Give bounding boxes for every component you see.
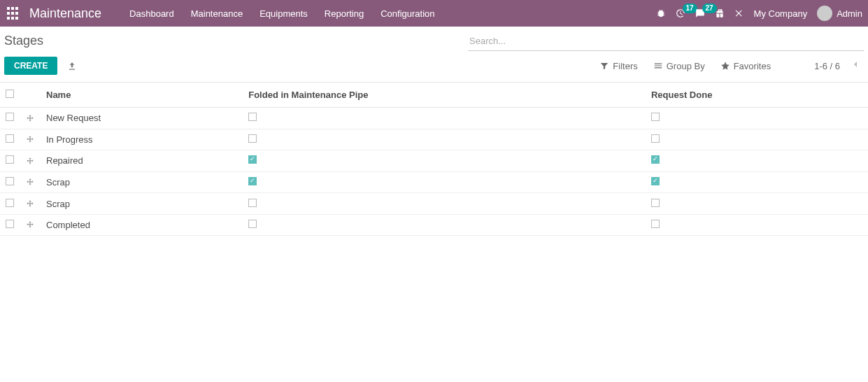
gift-icon[interactable] — [715, 8, 725, 18]
groupby-button[interactable]: Group By — [653, 61, 705, 71]
cell-name: Completed — [41, 214, 243, 236]
apps-icon[interactable] — [6, 6, 20, 20]
create-button[interactable]: CREATE — [4, 57, 57, 75]
nav-reporting[interactable]: Reporting — [316, 1, 372, 26]
favorites-label: Favorites — [734, 61, 771, 71]
user-menu[interactable]: Admin — [817, 6, 862, 21]
table-row[interactable]: New Request — [0, 108, 868, 129]
nav-equipments[interactable]: Equipments — [251, 1, 316, 26]
favorites-button[interactable]: Favorites — [720, 61, 771, 71]
filters-button[interactable]: Filters — [599, 61, 637, 71]
folded-checkbox[interactable] — [248, 220, 257, 228]
table-row[interactable]: Scrap — [0, 171, 868, 193]
groupby-label: Group By — [667, 61, 705, 71]
close-icon[interactable] — [734, 8, 744, 18]
table-row[interactable]: Repaired — [0, 150, 868, 172]
drag-handle-icon[interactable] — [25, 198, 35, 208]
done-checkbox[interactable] — [651, 134, 660, 143]
stages-table: Name Folded in Maintenance Pipe Request … — [0, 83, 868, 236]
nav-links: Dashboard Maintenance Equipments Reporti… — [121, 1, 443, 26]
select-all-checkbox[interactable] — [6, 90, 14, 98]
col-done[interactable]: Request Done — [646, 83, 868, 108]
page-title: Stages — [4, 31, 43, 51]
cell-name: New Request — [41, 108, 243, 129]
activity-icon[interactable]: 17 — [676, 8, 685, 18]
done-checkbox[interactable] — [651, 177, 660, 185]
table-row[interactable]: In Progress — [0, 129, 868, 150]
import-button[interactable] — [67, 60, 77, 71]
nav-dashboard[interactable]: Dashboard — [121, 1, 183, 26]
done-checkbox[interactable] — [651, 199, 660, 207]
navbar: Maintenance Dashboard Maintenance Equipm… — [0, 0, 868, 27]
col-name[interactable]: Name — [41, 83, 243, 108]
row-checkbox[interactable] — [6, 134, 14, 143]
pager: 1-6 / 6 — [814, 59, 864, 73]
done-checkbox[interactable] — [651, 113, 660, 121]
row-checkbox[interactable] — [6, 177, 14, 185]
col-folded[interactable]: Folded in Maintenance Pipe — [243, 83, 646, 108]
company-switcher[interactable]: My Company — [754, 8, 808, 19]
app-brand[interactable]: Maintenance — [29, 6, 101, 21]
cell-name: Scrap — [41, 171, 243, 193]
nav-configuration[interactable]: Configuration — [372, 1, 443, 26]
folded-checkbox[interactable] — [248, 134, 257, 143]
pager-text: 1-6 / 6 — [814, 61, 840, 71]
control-panel: Stages CREATE Filters Group By Favorites… — [0, 27, 868, 83]
user-name: Admin — [837, 8, 862, 19]
avatar — [817, 6, 832, 21]
done-checkbox[interactable] — [651, 220, 660, 228]
row-checkbox[interactable] — [6, 113, 14, 121]
row-checkbox[interactable] — [6, 155, 14, 164]
filters-label: Filters — [613, 61, 637, 71]
drag-handle-icon[interactable] — [25, 113, 35, 123]
folded-checkbox[interactable] — [248, 177, 257, 185]
pager-prev[interactable] — [847, 59, 864, 73]
folded-checkbox[interactable] — [248, 113, 257, 121]
messages-icon[interactable]: 27 — [695, 8, 705, 18]
done-checkbox[interactable] — [651, 155, 660, 164]
list-icon — [653, 61, 663, 71]
search-input[interactable] — [468, 31, 864, 51]
row-checkbox[interactable] — [6, 199, 14, 207]
systray: 17 27 My Company Admin — [656, 6, 862, 21]
drag-handle-icon[interactable] — [25, 177, 35, 188]
drag-handle-icon[interactable] — [25, 155, 35, 166]
row-checkbox[interactable] — [6, 220, 14, 228]
cell-name: Repaired — [41, 150, 243, 172]
folded-checkbox[interactable] — [248, 199, 257, 207]
star-icon — [720, 61, 730, 71]
nav-maintenance[interactable]: Maintenance — [183, 1, 251, 26]
table-row[interactable]: Scrap — [0, 193, 868, 215]
table-row[interactable]: Completed — [0, 214, 868, 236]
cell-name: Scrap — [41, 193, 243, 215]
folded-checkbox[interactable] — [248, 155, 257, 164]
bug-icon[interactable] — [656, 8, 666, 18]
drag-handle-icon[interactable] — [25, 220, 35, 230]
filter-icon — [599, 61, 609, 71]
drag-handle-icon[interactable] — [25, 134, 35, 145]
cell-name: In Progress — [41, 129, 243, 150]
